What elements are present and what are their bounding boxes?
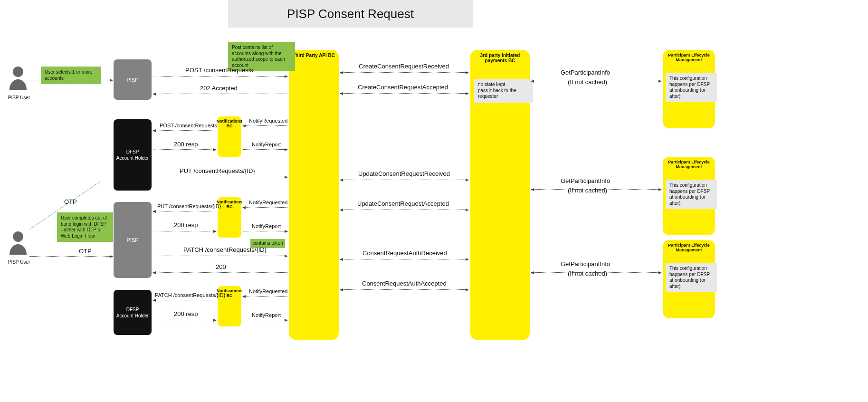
arrow bbox=[531, 272, 661, 273]
svg-point-1 bbox=[13, 231, 23, 242]
lane-label: Third Party API BC bbox=[289, 53, 339, 58]
msg: POST /consentRequests bbox=[160, 123, 217, 128]
diagram-canvas: PISP Consent Request Third Party API BC … bbox=[0, 0, 868, 402]
msg: NotifyRequested bbox=[249, 118, 287, 124]
msg: 200 bbox=[216, 263, 226, 270]
lane-label: Participant Lifecycle Management bbox=[663, 160, 715, 169]
msg: GetParticipantInfo bbox=[561, 260, 610, 268]
msg: GetParticipantInfo bbox=[561, 69, 610, 76]
actor-label: PISP User bbox=[5, 95, 33, 100]
box-dfsp: DFSP Account Holder bbox=[114, 119, 152, 191]
box-notifications: Notifications BC bbox=[218, 116, 241, 157]
arrow bbox=[340, 289, 468, 290]
note-config: This configuration happens per DFSP at o… bbox=[666, 73, 717, 102]
msg: ConsentRequestAuthAccepted bbox=[362, 280, 447, 287]
msg: PUT /consentRequests/{ID} bbox=[157, 203, 221, 209]
user-icon bbox=[9, 65, 28, 90]
arrow bbox=[243, 320, 287, 320]
msg: 200 resp bbox=[174, 141, 198, 148]
lane-label: Participant Lifecycle Management bbox=[663, 243, 715, 252]
msg: 200 resp bbox=[174, 310, 198, 317]
msg: 200 resp bbox=[174, 221, 198, 229]
msg: NotifyReport bbox=[252, 142, 281, 147]
actor-pisp-user bbox=[9, 230, 28, 256]
msg: NotifyReport bbox=[252, 223, 281, 229]
msg: UpdateConsentRequestReceived bbox=[358, 170, 450, 177]
note-no-state: no state kept pass it back to the reques… bbox=[474, 79, 533, 103]
otp-label: OTP bbox=[64, 198, 77, 205]
note-out-of-band: User completes out of band login with DF… bbox=[57, 212, 113, 242]
msg: NotifyReport bbox=[252, 312, 281, 318]
arrow bbox=[153, 231, 216, 231]
box-notifications: Notifications BC bbox=[218, 197, 241, 238]
msg: CreateConsentRequestAccepted bbox=[358, 84, 448, 91]
msg: (If not cached) bbox=[568, 187, 607, 194]
actor-label: PISP User bbox=[5, 259, 33, 265]
msg: NotifyRequested bbox=[249, 200, 287, 205]
msg: (If not cached) bbox=[568, 270, 607, 277]
msg: PATCH /consentRequests/{ID} bbox=[183, 246, 267, 253]
arrow bbox=[153, 177, 287, 177]
msg: 202 Accepted bbox=[200, 85, 238, 92]
msg: NotifyRequested bbox=[249, 288, 287, 294]
arrow bbox=[340, 180, 468, 180]
msg: PUT /consentRequests/{ID} bbox=[180, 167, 255, 174]
svg-point-0 bbox=[13, 67, 23, 77]
arrow bbox=[243, 125, 287, 126]
msg: UpdateConsentRequestAccepted bbox=[357, 200, 449, 207]
arrow bbox=[340, 93, 468, 94]
arrow bbox=[340, 210, 468, 210]
note-select-accounts: User selects 1 or more accounts bbox=[41, 67, 101, 84]
box-dfsp: DFSP Account Holder bbox=[114, 290, 152, 335]
arrow bbox=[29, 256, 113, 257]
user-icon bbox=[9, 230, 28, 255]
arrow bbox=[243, 207, 287, 208]
box-pisp: PISP bbox=[114, 202, 152, 278]
msg: (If not cached) bbox=[568, 78, 607, 86]
lane-third-party-api: Third Party API BC bbox=[289, 50, 339, 340]
msg: GetParticipantInfo bbox=[561, 177, 610, 184]
arrow bbox=[153, 211, 216, 211]
lane-label: 3rd party initiated payments BC bbox=[470, 53, 530, 63]
msg: PATCH /consentRequests/{ID} bbox=[155, 292, 225, 298]
otp-label: OTP bbox=[79, 248, 92, 255]
msg: ConsentRequestAuthReceived bbox=[362, 249, 447, 257]
arrow bbox=[153, 149, 216, 150]
arrow bbox=[531, 189, 661, 190]
arrow bbox=[153, 130, 216, 131]
lane-label: Participant Lifecycle Management bbox=[663, 53, 715, 62]
box-pisp: PISP bbox=[114, 59, 152, 100]
arrow bbox=[243, 149, 287, 150]
arrow bbox=[153, 94, 287, 94]
note-config: This configuration happens per DFSP at o… bbox=[666, 180, 717, 209]
arrow bbox=[340, 259, 468, 259]
arrow bbox=[153, 272, 287, 273]
page-title: PISP Consent Request bbox=[228, 0, 473, 28]
msg: CreateConsentRequestReceived bbox=[359, 63, 449, 70]
msg: POST /consentRequests bbox=[185, 67, 253, 74]
arrow bbox=[340, 72, 468, 73]
arrow bbox=[29, 80, 113, 80]
arrow bbox=[243, 231, 287, 231]
arrow bbox=[153, 256, 287, 256]
arrow bbox=[531, 81, 661, 81]
actor-pisp-user bbox=[9, 65, 28, 91]
arrow bbox=[153, 300, 216, 300]
arrow bbox=[243, 296, 287, 297]
note-config: This configuration happens per DFSP at o… bbox=[666, 263, 717, 292]
arrow bbox=[153, 320, 216, 320]
arrow bbox=[153, 76, 287, 77]
